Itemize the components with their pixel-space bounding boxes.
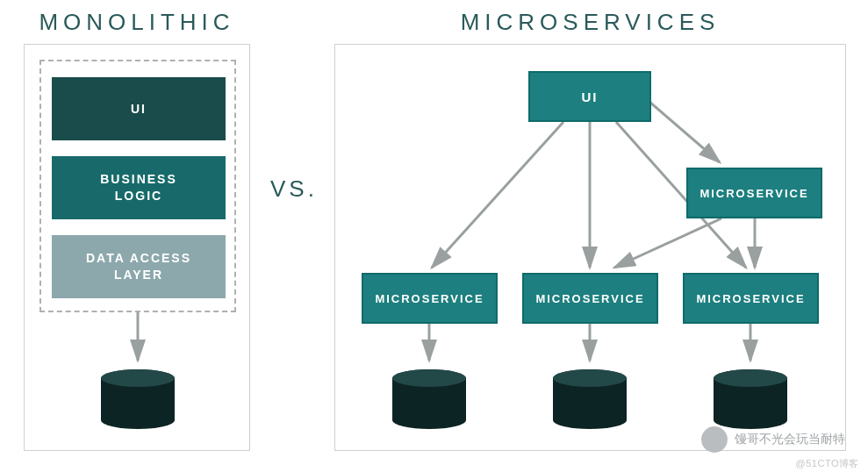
node-ui: UI [528, 71, 651, 122]
database-icon [550, 369, 629, 431]
heading-monolithic: MONOLITHIC [24, 9, 250, 36]
panel-monolithic: UI BUSINESSLOGIC DATA ACCESSLAYER [24, 44, 250, 451]
heading-microservices: MICROSERVICES [334, 9, 846, 36]
svg-point-17 [392, 369, 466, 387]
svg-point-3 [101, 411, 175, 429]
node-microservice-2: MICROSERVICE [522, 273, 658, 324]
svg-line-8 [649, 102, 720, 162]
wechat-icon [701, 426, 728, 453]
wechat-caption-text: 馒哥不光会玩当耐特 [735, 432, 845, 447]
wechat-caption: 馒哥不光会玩当耐特 [701, 426, 845, 453]
svg-point-21 [553, 369, 627, 387]
node-microservice-3: MICROSERVICE [683, 273, 819, 324]
watermark-text: @51CTO博客 [796, 457, 859, 470]
monolith-container: UI BUSINESSLOGIC DATA ACCESSLAYER [39, 60, 236, 312]
database-icon [98, 369, 177, 431]
svg-point-25 [714, 369, 787, 387]
svg-line-9 [614, 218, 721, 268]
layer-data-access: DATA ACCESSLAYER [52, 235, 226, 298]
layer-business-logic: BUSINESSLOGIC [52, 156, 226, 219]
svg-point-4 [101, 369, 175, 387]
svg-point-20 [553, 411, 627, 429]
node-microservice-1: MICROSERVICE [362, 273, 498, 324]
layer-ui: UI [52, 77, 226, 140]
svg-line-5 [432, 122, 563, 268]
database-icon [390, 369, 469, 431]
database-icon [711, 369, 790, 431]
panel-microservices: UI MICROSERVICE MICROSERVICE MICROSERVIC… [334, 44, 846, 451]
node-microservice-top-right: MICROSERVICE [686, 168, 822, 218]
vs-label: VS. [263, 175, 325, 203]
svg-point-16 [392, 411, 466, 429]
